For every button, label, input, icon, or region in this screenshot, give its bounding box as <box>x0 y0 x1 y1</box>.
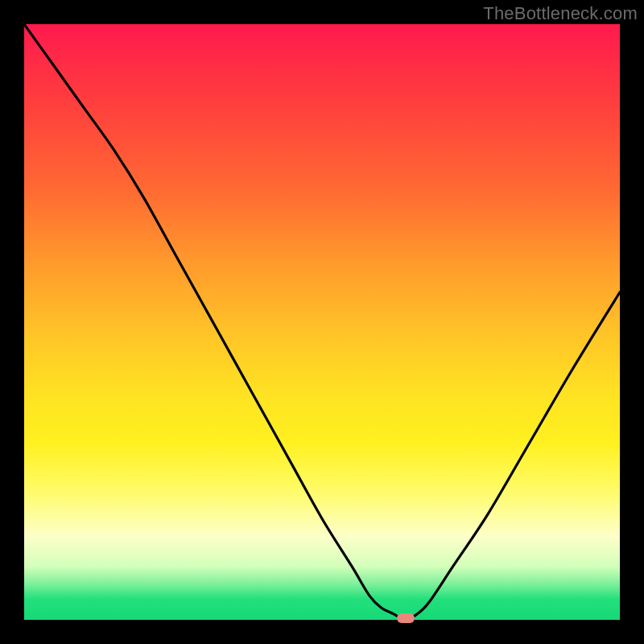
chart-frame: TheBottleneck.com <box>0 0 644 644</box>
plot-area <box>24 24 620 620</box>
watermark-text: TheBottleneck.com <box>483 3 638 24</box>
optimum-marker <box>397 613 415 623</box>
bottleneck-curve <box>24 24 620 620</box>
